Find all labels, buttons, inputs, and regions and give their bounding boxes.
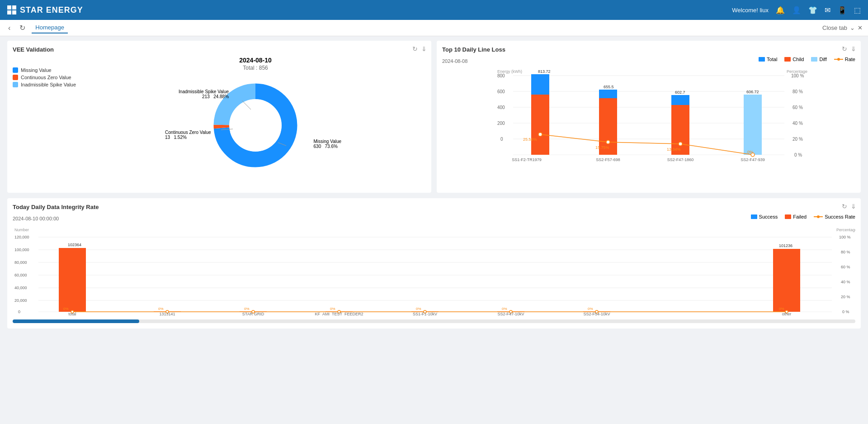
navbar: ‹ ↻ Homepage Close tab ⌄ ✕: [0, 20, 868, 36]
rate-legend: Rate: [834, 57, 855, 62]
legend-missing: Missing Value: [13, 67, 76, 73]
chart-scrollbar[interactable]: [13, 319, 855, 323]
vee-download-icon[interactable]: ⇓: [421, 45, 427, 52]
line-loss-download-icon[interactable]: ⇓: [851, 45, 856, 52]
mail-icon[interactable]: ✉: [825, 6, 830, 14]
total-legend-color: [759, 57, 765, 62]
svg-text:SS1-F2-TR1979: SS1-F2-TR1979: [512, 157, 542, 162]
nav-left: ‹ ↻ Homepage: [5, 22, 68, 33]
tablet-icon[interactable]: 📱: [838, 6, 847, 14]
bar-ss4-diff: [744, 95, 762, 155]
svg-text:0: 0: [500, 137, 503, 142]
svg-text:101236: 101236: [779, 243, 793, 248]
success-legend-label: Success: [759, 214, 778, 219]
close-tab-button[interactable]: Close tab ⌄ ✕: [822, 24, 863, 31]
success-rate-legend-line: [814, 216, 823, 217]
svg-text:400: 400: [497, 105, 505, 110]
svg-text:813.72: 813.72: [538, 69, 551, 74]
svg-text:SS1-F1-10kV: SS1-F1-10kV: [413, 312, 437, 315]
svg-text:Percentage: Percentage: [836, 228, 855, 232]
svg-text:1313141: 1313141: [159, 312, 175, 315]
svg-text:0%: 0%: [416, 307, 421, 311]
bar-total: [59, 248, 86, 312]
svg-text:100 %: 100 %: [791, 73, 804, 78]
integrity-legend: Success Failed Success Rate: [751, 214, 855, 219]
logo: STAR ENERGY: [7, 5, 83, 15]
svg-text:Energy (kWh): Energy (kWh): [497, 69, 522, 74]
child-legend-label: Child: [793, 57, 804, 62]
svg-text:20,000: 20,000: [14, 298, 27, 303]
bar-ss1-child: [531, 95, 549, 155]
spike-label: Inadmissible Spike Value: [21, 82, 76, 87]
svg-text:600: 600: [497, 89, 505, 94]
line-loss-date: 2024-08-08: [442, 58, 467, 64]
vee-date: 2024-08-10: [239, 57, 272, 64]
vee-legend: Missing Value Continuous Zero Value Inad…: [13, 58, 76, 175]
scrollbar-thumb[interactable]: [13, 319, 139, 323]
integrity-download-icon[interactable]: ⇓: [851, 203, 856, 210]
chevron-down-icon: ⌄: [850, 24, 855, 31]
shirt-icon[interactable]: 👕: [808, 6, 817, 14]
svg-text:Number: Number: [14, 228, 29, 232]
svg-text:25.56%: 25.56%: [523, 137, 537, 142]
success-legend: Success: [751, 214, 778, 219]
back-button[interactable]: ‹: [5, 23, 13, 33]
failed-legend-label: Failed: [793, 214, 807, 219]
svg-text:60 %: 60 %: [841, 265, 850, 269]
rate-legend-line: [834, 59, 843, 60]
child-legend-color: [784, 57, 791, 62]
vee-refresh-icon[interactable]: ↻: [412, 45, 418, 52]
missing-color: [13, 67, 18, 73]
svg-text:0%: 0%: [588, 307, 593, 311]
svg-text:other: other: [782, 312, 792, 315]
svg-text:13.34%: 13.34%: [667, 147, 681, 152]
svg-text:SS2-F57-698: SS2-F57-698: [596, 157, 620, 162]
close-icon[interactable]: ✕: [858, 24, 863, 31]
svg-text:SS2-F54-10kV: SS2-F54-10kV: [583, 312, 610, 315]
svg-text:SS2-F47-1860: SS2-F47-1860: [667, 157, 694, 162]
bar-other: [773, 249, 800, 312]
main-content: VEE Validation ↻ ⇓ Missing Value Continu…: [0, 36, 868, 424]
failed-legend-color: [785, 214, 791, 219]
svg-text:20 %: 20 %: [793, 137, 803, 142]
svg-text:SS2-F47-10kV: SS2-F47-10kV: [497, 312, 524, 315]
line-loss-refresh-icon[interactable]: ↻: [842, 45, 847, 52]
line-loss-panel: Top 10 Daily Line Loss ↻ ⇓ 2024-08-08 To…: [437, 41, 861, 193]
svg-text:STAR GRID: STAR GRID: [242, 312, 264, 315]
vee-toolbar: ↻ ⇓: [412, 45, 427, 52]
line-loss-legend: Total Child Diff Rate: [759, 57, 855, 62]
diff-legend-label: Diff: [819, 57, 826, 62]
header-right: Welcome! liux 🔔 👤 👕 ✉ 📱 ⬚: [732, 6, 861, 14]
svg-text:0%: 0%: [502, 307, 507, 311]
diff-legend: Diff: [811, 57, 826, 62]
zero-color: [13, 75, 18, 80]
rate-line: [540, 134, 753, 155]
homepage-tab[interactable]: Homepage: [32, 22, 68, 33]
exit-icon[interactable]: ⬚: [854, 6, 861, 14]
child-legend: Child: [784, 57, 804, 62]
svg-text:15.75%: 15.75%: [595, 145, 609, 150]
total-legend: Total: [759, 57, 777, 62]
logo-text: STAR ENERGY: [20, 5, 83, 15]
svg-point-3: [229, 99, 282, 152]
svg-text:655.5: 655.5: [604, 85, 614, 89]
spike-color: [13, 82, 18, 87]
success-rate-legend: Success Rate: [814, 214, 855, 219]
rate-legend-label: Rate: [845, 57, 855, 62]
bell-icon[interactable]: 🔔: [776, 6, 785, 14]
svg-text:0%: 0%: [330, 307, 335, 311]
svg-text:40 %: 40 %: [793, 121, 803, 126]
refresh-button[interactable]: ↻: [17, 23, 28, 33]
user-icon[interactable]: 👤: [792, 6, 801, 14]
svg-text:0: 0: [18, 310, 20, 314]
integrity-title: Today Daily Data Integrity Rate: [13, 204, 855, 210]
zero-segment-label: Continuous Zero Value: [165, 130, 211, 135]
success-legend-color: [751, 214, 757, 219]
svg-text:102364: 102364: [68, 243, 81, 247]
missing-segment-value: 630 73.6%: [314, 144, 342, 149]
svg-text:0%: 0%: [244, 307, 250, 311]
integrity-refresh-icon[interactable]: ↻: [842, 203, 847, 210]
svg-text:60,000: 60,000: [14, 273, 27, 277]
zero-label: Continuous Zero Value: [21, 75, 71, 80]
missing-segment-label: Missing Value: [314, 139, 342, 144]
